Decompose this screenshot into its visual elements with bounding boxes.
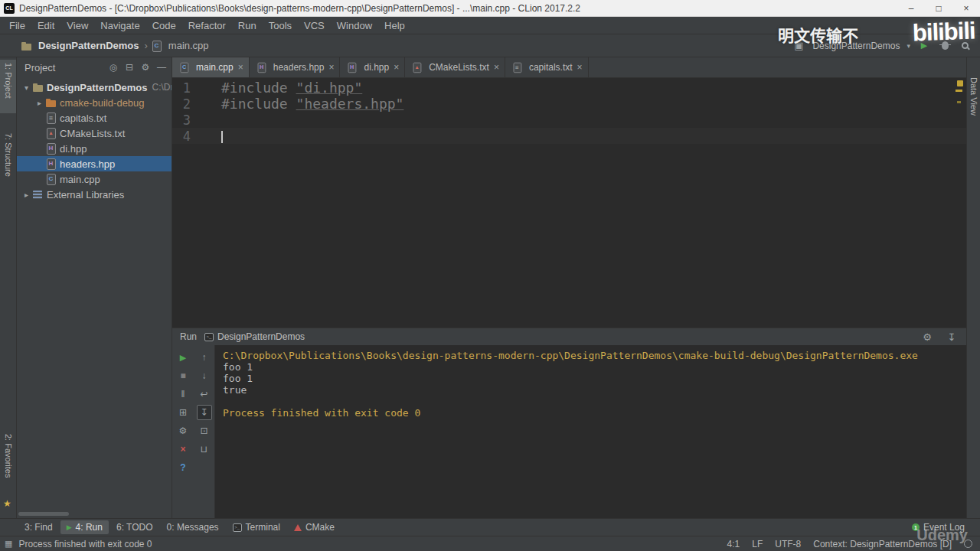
toolwindow-switcher-icon[interactable]: ▦ (5, 539, 12, 549)
close-icon[interactable]: × (577, 62, 583, 73)
close-icon[interactable]: × (394, 62, 399, 73)
file-cmake-icon (411, 62, 423, 73)
close-icon[interactable]: × (328, 62, 334, 73)
warning-stripe-mark[interactable] (956, 90, 962, 92)
menu-edit[interactable]: Edit (31, 17, 60, 34)
breadcrumb-file[interactable]: main.cpp (168, 40, 209, 51)
settings-icon[interactable]: ⚙ (140, 62, 151, 73)
search-everywhere-button[interactable] (959, 39, 972, 53)
editor-tab-cmakelists-txt[interactable]: CMakeLists.txt× (405, 57, 505, 77)
breadcrumb-project[interactable]: DesignPatternDemos (38, 40, 139, 51)
run-config-selector[interactable]: DesignPatternDemos (812, 41, 900, 51)
warning-stripe-mark[interactable] (957, 101, 961, 103)
tool-tab-favorites[interactable]: 2: Favorites (0, 431, 16, 492)
scroll-down-icon[interactable]: ↧ (945, 330, 959, 344)
tool-tab-project[interactable]: 1: Project (0, 60, 16, 113)
tree-item-cmake-build-debug[interactable]: ▸cmake-build-debug (17, 95, 172, 110)
encoding-widget[interactable]: UTF-8 (775, 539, 801, 549)
clear-all-button[interactable]: ⊔ (197, 442, 212, 457)
close-button[interactable]: × (175, 442, 191, 457)
chevron-down-icon[interactable]: ▾ (906, 42, 910, 50)
tool-button-0-messages[interactable]: 0: Messages (161, 520, 225, 534)
menu-tools[interactable]: Tools (263, 17, 298, 34)
menu-view[interactable]: View (60, 17, 94, 34)
menu-help[interactable]: Help (378, 17, 411, 34)
pause-output-button[interactable]: ‖ (175, 386, 191, 402)
menu-vcs[interactable]: VCS (298, 17, 331, 34)
file-text-icon (44, 112, 57, 124)
tree-item-cmakelists-txt[interactable]: CMakeLists.txt (17, 126, 172, 141)
print-button[interactable]: ⊡ (197, 423, 212, 439)
highlighting-level-icon[interactable] (964, 540, 972, 548)
menu-file[interactable]: File (3, 17, 31, 34)
menu-code[interactable]: Code (146, 17, 182, 34)
run-tab-label[interactable]: Run (180, 331, 197, 342)
code-segment: #include (221, 80, 296, 96)
minimize-button[interactable]: – (897, 0, 925, 16)
code-segment: "di.hpp" (296, 80, 363, 96)
run-session-tab[interactable]: >_ DesignPatternDemos (204, 331, 305, 342)
tree-item-di-hpp[interactable]: di.hpp (17, 141, 172, 156)
run-button[interactable]: ▶ (917, 39, 931, 53)
soft-wrap-button[interactable]: ↩ (197, 386, 212, 402)
tool-button-cmake[interactable]: CMake (288, 520, 341, 534)
tool-tab-structure[interactable]: 7: Structure (0, 130, 16, 190)
file-cpp-icon (178, 62, 190, 73)
tree-item-path: C:\Drop (152, 82, 172, 93)
file-cmake-icon (44, 127, 57, 139)
debug-button[interactable] (938, 39, 952, 53)
restore-layout-button[interactable]: ⊞ (175, 405, 191, 420)
inspection-indicator-icon[interactable] (957, 80, 963, 86)
tree-item-external-libraries[interactable]: ▸External Libraries (17, 187, 172, 202)
stop-button[interactable]: ■ (175, 368, 191, 383)
locate-icon[interactable]: ◎ (108, 62, 119, 73)
editor-tab-di-hpp[interactable]: di.hpp× (340, 57, 405, 77)
collapse-all-icon[interactable]: ⊟ (124, 62, 135, 73)
code-line: 2#include "headers.hpp" (172, 96, 966, 112)
window-title: DesignPatternDemos - [C:\Dropbox\Publica… (19, 3, 897, 14)
menu-window[interactable]: Window (331, 17, 378, 34)
chevron-right-icon[interactable]: ▸ (21, 191, 31, 199)
close-icon[interactable]: × (494, 62, 499, 73)
run-settings-button[interactable]: ⚙ (175, 423, 191, 439)
run-console-output[interactable]: C:\Dropbox\Publications\Books\design-pat… (215, 345, 966, 518)
settings-icon[interactable]: ⚙ (920, 330, 934, 344)
menu-refactor[interactable]: Refactor (182, 17, 232, 34)
editor-tab-headers-hpp[interactable]: headers.hpp× (250, 57, 341, 77)
tree-item-main-cpp[interactable]: main.cpp (17, 171, 172, 187)
title-bar: CL DesignPatternDemos - [C:\Dropbox\Publ… (0, 0, 980, 17)
tool-button-event-log[interactable]: 1Event Log (906, 520, 971, 534)
help-button[interactable]: ? (175, 460, 191, 475)
tool-button-6-todo[interactable]: 6: TODO (110, 520, 159, 534)
hide-icon[interactable]: — (156, 62, 167, 73)
chevron-down-icon[interactable]: ▾ (21, 83, 31, 92)
scroll-to-end-button[interactable]: ↧ (197, 405, 212, 420)
close-button[interactable]: × (952, 0, 980, 16)
tool-button-4-run[interactable]: ▶4: Run (60, 520, 109, 534)
line-separator-widget[interactable]: LF (752, 539, 763, 549)
menu-navigate[interactable]: Navigate (94, 17, 145, 34)
tool-button-terminal[interactable]: >_Terminal (227, 520, 286, 534)
tree-item-capitals-txt[interactable]: capitals.txt (17, 110, 172, 126)
chevron-right-icon[interactable]: ▸ (34, 99, 44, 107)
editor-tab-main-cpp[interactable]: main.cpp× (172, 57, 250, 77)
menu-run[interactable]: Run (232, 17, 263, 34)
horizontal-scrollbar[interactable] (18, 512, 69, 516)
code-editor[interactable]: 1#include "di.hpp"2#include "headers.hpp… (172, 78, 966, 328)
close-icon[interactable]: × (238, 62, 243, 73)
rerun-button[interactable]: ▶ (175, 350, 191, 365)
cpp-file-icon (150, 40, 163, 52)
tree-item-headers-hpp[interactable]: headers.hpp (17, 156, 172, 171)
up-stack-trace-button[interactable]: ↑ (197, 350, 212, 365)
tool-button-3-find[interactable]: 3: Find (18, 520, 59, 534)
tree-item-designpatterndemos[interactable]: ▾DesignPatternDemosC:\Drop (17, 80, 172, 95)
favorites-star-icon[interactable]: ★ (3, 498, 11, 509)
caret-position-widget[interactable]: 4:1 (727, 539, 740, 549)
tree-item-label: main.cpp (60, 174, 100, 185)
code-text (221, 128, 223, 144)
tool-tab-data-view[interactable]: Data View (968, 74, 980, 135)
down-stack-trace-button[interactable]: ↓ (197, 368, 212, 383)
editor-tab-capitals-txt[interactable]: capitals.txt× (505, 57, 589, 77)
maximize-button[interactable]: □ (925, 0, 952, 16)
context-widget[interactable]: Context: DesignPatternDemos [D] (813, 539, 952, 549)
